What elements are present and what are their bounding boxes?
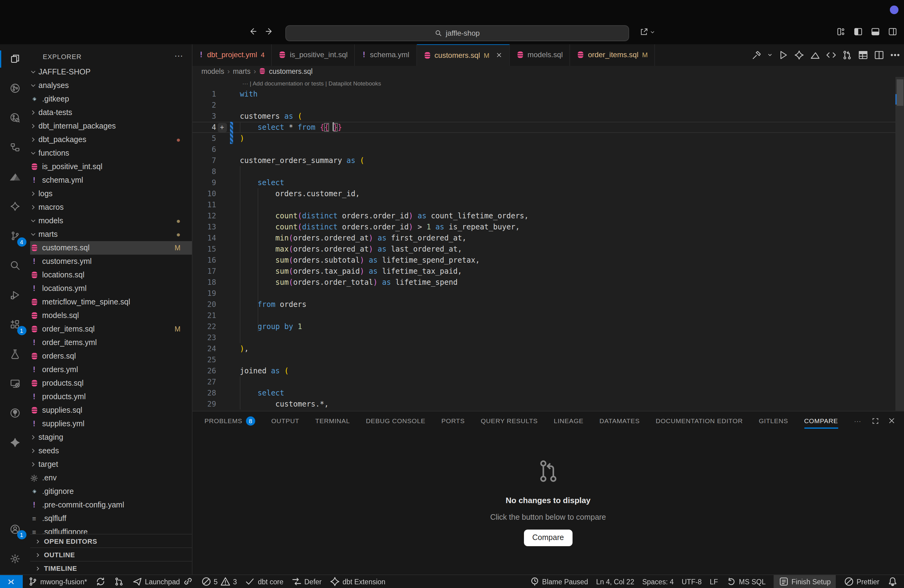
compare-button[interactable]: Compare <box>524 529 572 546</box>
tab-dbt_project.yml[interactable]: ! dbt_project.yml 4 <box>192 44 272 65</box>
tree-item-customers.yml[interactable]: !customers.yml <box>30 254 191 268</box>
activity-gitlens[interactable] <box>0 103 30 133</box>
activity-dbt-power-user[interactable] <box>0 191 30 221</box>
section-outline[interactable]: OUTLINE <box>30 547 191 561</box>
remote-indicator[interactable] <box>0 575 22 588</box>
activity-source-control[interactable]: 4 <box>0 221 30 251</box>
build-hammer-icon[interactable] <box>751 49 762 60</box>
tab-schema.yml[interactable]: ! schema.yml <box>355 44 417 65</box>
tree-item-staging[interactable]: staging <box>30 430 191 444</box>
tree-item-is_positive_int.sql[interactable]: is_positive_int.sql <box>30 160 191 174</box>
tree-item-customers.sql[interactable]: customers.sqlM <box>30 241 191 254</box>
tab-customers.sql[interactable]: customers.sql M <box>417 44 509 65</box>
tree-item-products.yml[interactable]: !products.yml <box>30 390 191 403</box>
activity-settings[interactable] <box>0 544 30 573</box>
status-dbt-core[interactable]: dbt core <box>245 575 283 588</box>
tree-item-seeds[interactable]: seeds <box>30 444 191 458</box>
panel-tab-PORTS[interactable]: PORTS <box>441 411 465 430</box>
more-ellipsis-icon[interactable] <box>890 49 900 60</box>
panel-tab-···[interactable]: ··· <box>854 411 861 430</box>
scrollbar-thumb[interactable] <box>897 79 903 106</box>
dbt-star-icon[interactable] <box>794 49 804 60</box>
chevron-small-icon[interactable] <box>768 52 773 57</box>
activity-references[interactable] <box>0 133 30 162</box>
tree-item-models[interactable]: models● <box>30 214 191 228</box>
command-center-search[interactable]: jaffle-shop <box>285 25 629 41</box>
status-sync[interactable] <box>95 575 106 588</box>
status-blame[interactable]: Blame Paused <box>529 575 588 588</box>
panel-tab-TERMINAL[interactable]: TERMINAL <box>315 411 350 430</box>
status-finish-setup[interactable]: Finish Setup <box>774 575 836 588</box>
status-cursor-position[interactable]: Ln 4, Col 22 <box>596 575 634 588</box>
explorer-more-actions[interactable]: ··· <box>174 50 183 60</box>
activity-search[interactable] <box>0 251 30 280</box>
panel-tab-LINEAGE[interactable]: LINEAGE <box>554 411 583 430</box>
tree-item-locations.sql[interactable]: locations.sql <box>30 268 191 282</box>
tree-item-supplies.sql[interactable]: supplies.sql <box>30 403 191 417</box>
tree-item-dbt_internal_packages[interactable]: dbt_internal_packages <box>30 119 191 133</box>
tree-item-products.sql[interactable]: products.sql <box>30 376 191 390</box>
tree-item-functions[interactable]: functions <box>30 146 191 160</box>
activity-commit-graph[interactable] <box>0 74 30 103</box>
run-play-icon[interactable] <box>778 49 789 60</box>
panel-tab-COMPARE[interactable]: COMPARE <box>804 411 838 430</box>
customize-layout-icon[interactable] <box>836 27 846 36</box>
tree-item-orders.yml[interactable]: !orders.yml <box>30 363 191 376</box>
panel-tab-DOCUMENTATION EDITOR[interactable]: DOCUMENTATION EDITOR <box>656 411 743 430</box>
status-launchpad[interactable]: Launchpad <box>132 575 193 588</box>
tree-item-.gitkeep[interactable]: .gitkeep <box>30 92 191 106</box>
tree-item-.gitignore[interactable]: .gitignore <box>30 485 191 498</box>
tree-item-logs[interactable]: logs <box>30 187 191 201</box>
forward-arrow-icon[interactable] <box>265 27 273 36</box>
tab-models.sql[interactable]: models.sql <box>510 44 571 65</box>
panel-tab-DATAMATES[interactable]: DATAMATES <box>600 411 640 430</box>
tree-item-.pre-commit-config.yaml[interactable]: !.pre-commit-config.yaml <box>30 498 191 512</box>
status-encoding[interactable]: UTF-8 <box>682 575 702 588</box>
share-layout-button[interactable] <box>640 27 655 36</box>
altimate-a-icon[interactable] <box>810 49 820 60</box>
gutter-add-button[interactable]: + <box>217 123 227 132</box>
section-open-editors[interactable]: OPEN EDITORS <box>30 534 191 548</box>
status-graph[interactable] <box>114 575 124 588</box>
tree-item-orders.sql[interactable]: orders.sql <box>30 349 191 363</box>
tab-is_positive_int.sql[interactable]: is_positive_int.sql <box>272 44 355 65</box>
tree-item-order_items.sql[interactable]: order_items.sqlM <box>30 322 191 336</box>
codelens-actions[interactable]: ··· | Add documentation or tests | Datap… <box>242 80 381 87</box>
tree-item-.env[interactable]: .env <box>30 471 191 485</box>
tab-order_items.sql[interactable]: order_items.sql M <box>570 44 655 65</box>
code-editor[interactable]: ··· | Add documentation or tests | Datap… <box>192 77 904 411</box>
toggle-secondary-sidebar-icon[interactable] <box>888 27 897 36</box>
activity-remote-explorer[interactable] <box>0 369 30 398</box>
status-indentation[interactable]: Spaces: 4 <box>642 575 674 588</box>
query-table-icon[interactable] <box>858 49 868 60</box>
status-eol[interactable]: LF <box>710 575 718 588</box>
activity-accounts[interactable]: 1 <box>0 514 30 544</box>
close-icon[interactable] <box>496 52 503 58</box>
tree-item-macros[interactable]: macros <box>30 201 191 214</box>
status-errors[interactable]: 5 3 <box>201 575 237 588</box>
activity-explorer[interactable] <box>0 44 30 74</box>
maximize-panel-icon[interactable] <box>871 417 879 425</box>
toggle-panel-icon[interactable] <box>871 27 880 36</box>
tree-item-locations.yml[interactable]: !locations.yml <box>30 282 191 295</box>
activity-github[interactable] <box>0 398 30 428</box>
panel-tab-DEBUG CONSOLE[interactable]: DEBUG CONSOLE <box>366 411 425 430</box>
git-compare-icon[interactable] <box>842 49 852 60</box>
tree-item-models.sql[interactable]: models.sql <box>30 309 191 322</box>
section-timeline[interactable]: TIMELINE <box>30 561 191 574</box>
tree-item-dbt_packages[interactable]: dbt_packages● <box>30 133 191 146</box>
activity-testing[interactable] <box>0 339 30 369</box>
tree-item-analyses[interactable]: analyses <box>30 79 191 92</box>
status-language-mode[interactable]: MS SQL <box>726 575 766 588</box>
tree-item-JAFFLE-SHOP[interactable]: JAFFLE-SHOP <box>30 65 191 79</box>
tree-item-target[interactable]: target <box>30 458 191 471</box>
tree-item-.sqlfluff[interactable]: ≡.sqlfluff <box>30 512 191 525</box>
close-panel-icon[interactable] <box>888 417 895 424</box>
panel-tab-OUTPUT[interactable]: OUTPUT <box>271 411 299 430</box>
status-defer[interactable]: Defer <box>291 575 322 588</box>
breadcrumb-marts[interactable]: marts <box>233 68 251 75</box>
activity-run-and-debug[interactable] <box>0 280 30 310</box>
panel-tab-PROBLEMS[interactable]: PROBLEMS 8 <box>204 411 255 430</box>
tree-item-data-tests[interactable]: data-tests <box>30 106 191 119</box>
tree-item-supplies.yml[interactable]: !supplies.yml <box>30 417 191 430</box>
